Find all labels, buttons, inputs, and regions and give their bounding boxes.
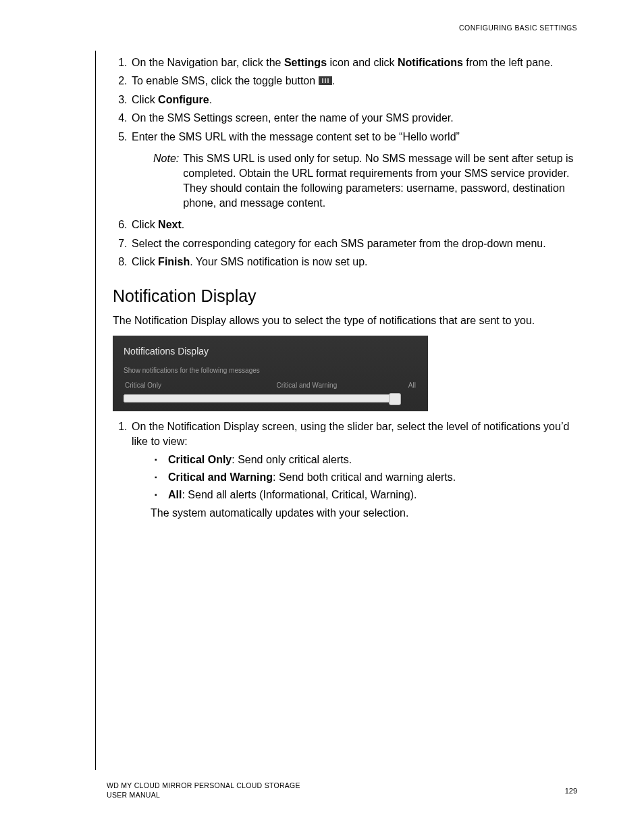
text: .: [209, 94, 212, 105]
text: icon and click: [327, 57, 398, 68]
text: .: [332, 75, 335, 86]
closing-line: The system automatically updates with yo…: [151, 506, 579, 521]
steps-list-a: On the Navigation bar, click the Setting…: [113, 55, 579, 145]
step-5: Enter the SMS URL with the message conte…: [130, 130, 579, 145]
bold: Finish: [158, 256, 190, 267]
bold: Next: [158, 219, 182, 230]
step-3: Click Configure.: [130, 93, 579, 107]
notifications-display-panel: Notifications Display Show notifications…: [113, 336, 428, 411]
bold: Critical Only: [168, 454, 232, 465]
text: : Send only critical alerts.: [232, 454, 352, 465]
bold: Notifications: [398, 57, 463, 68]
notification-level-slider[interactable]: [124, 394, 399, 402]
bold: Critical and Warning: [168, 471, 273, 483]
footer-line2: USER MANUAL: [107, 791, 160, 799]
footer-left: WD MY CLOUD MIRROR PERSONAL CLOUD STORAG…: [107, 781, 300, 800]
bold: Settings: [284, 57, 327, 68]
step-1: On the Navigation bar, click the Setting…: [130, 55, 579, 70]
toggle-icon: [319, 76, 332, 85]
step-2: To enable SMS, click the toggle button .: [130, 74, 579, 88]
main-content: On the Navigation bar, click the Setting…: [113, 55, 579, 524]
panel-subtitle: Show notifications for the following mes…: [124, 366, 417, 375]
text: To enable SMS, click the toggle button: [132, 75, 319, 86]
step-4: On the SMS Settings screen, enter the na…: [130, 111, 579, 126]
step-6: Click Next.: [130, 217, 579, 232]
note-label: Note:: [153, 151, 179, 211]
bullet-list: Critical Only: Send only critical alerts…: [155, 452, 579, 503]
option-critical-and-warning: Critical and Warning: [277, 381, 338, 390]
text: Click: [132, 219, 158, 230]
text: : Send both critical and warning alerts.: [273, 471, 456, 483]
text: Click: [132, 256, 158, 267]
footer-line1: WD MY CLOUD MIRROR PERSONAL CLOUD STORAG…: [107, 781, 300, 789]
running-header: CONFIGURING BASIC SETTINGS: [459, 24, 577, 32]
text: : Send all alerts (Informational, Critic…: [182, 489, 417, 500]
step-8: Click Finish. Your SMS notification is n…: [130, 255, 579, 269]
panel-options-row: Critical Only Critical and Warning All: [124, 381, 417, 390]
text: On the Notification Display screen, usin…: [132, 421, 569, 447]
intro-paragraph: The Notification Display allows you to s…: [113, 313, 579, 328]
note-block: Note: This SMS URL is used only for setu…: [153, 151, 579, 211]
option-critical-only: Critical Only: [125, 381, 161, 390]
steps-list-b: Click Next. Select the corresponding cat…: [113, 217, 579, 269]
slider-thumb[interactable]: [389, 393, 401, 405]
bold: Configure: [158, 94, 209, 105]
text: . Your SMS notification is now set up.: [190, 256, 367, 267]
note-body: This SMS URL is used only for setup. No …: [183, 151, 579, 211]
bullet-critical-only: Critical Only: Send only critical alerts…: [155, 452, 579, 467]
steps-list-c: On the Notification Display screen, usin…: [113, 419, 579, 521]
bullet-critical-and-warning: Critical and Warning: Send both critical…: [155, 470, 579, 485]
page-number: 129: [565, 787, 577, 795]
bold: All: [168, 489, 182, 500]
panel-title: Notifications Display: [124, 345, 417, 359]
text: from the left pane.: [463, 57, 553, 68]
option-all: All: [408, 381, 416, 390]
bullet-all: All: Send all alerts (Informational, Cri…: [155, 488, 579, 502]
step-c1: On the Notification Display screen, usin…: [130, 419, 579, 521]
text: .: [182, 219, 184, 230]
text: Click: [132, 94, 158, 105]
section-title: Notification Display: [113, 284, 579, 308]
step-7: Select the corresponding category for ea…: [130, 236, 579, 251]
text: On the Navigation bar, click the: [132, 57, 284, 68]
vertical-rule: [95, 51, 96, 770]
